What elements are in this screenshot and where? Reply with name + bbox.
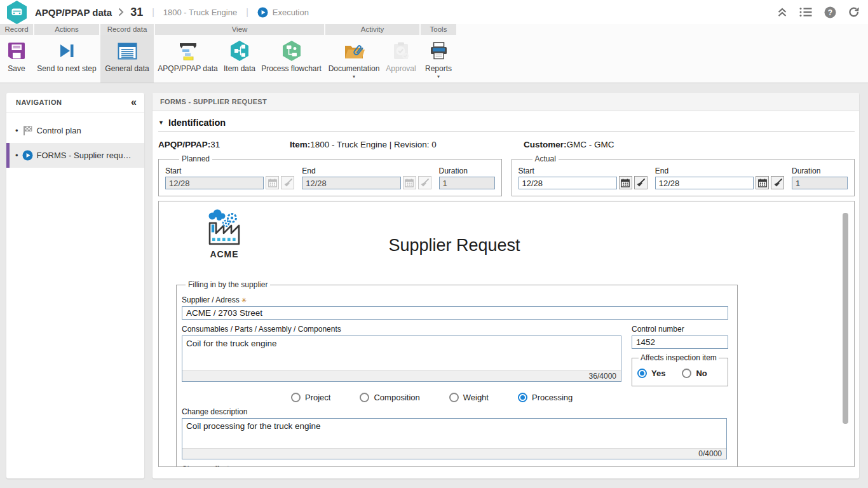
svg-text:?: ? bbox=[828, 8, 832, 17]
change-description-textarea-box: Coil processing for the truck engine 0/4… bbox=[182, 418, 727, 459]
application-window: APQP/PPAP data 31 | 1800 - Truck Engine … bbox=[0, 0, 868, 488]
ribbon-toolbar: Record Save Actions bbox=[0, 24, 868, 83]
breadcrumb-chevron-icon bbox=[118, 8, 124, 17]
company-logo: ACME bbox=[203, 208, 245, 259]
ribbon-group-view: View APQP/PPAP data bbox=[155, 24, 324, 83]
change-type-weight-radio[interactable]: Weight bbox=[449, 393, 489, 402]
apqp-info-label: APQP/PPAP: bbox=[158, 140, 210, 149]
affects-yes-radio[interactable]: Yes bbox=[637, 369, 665, 378]
section-caret-icon: ▼ bbox=[158, 119, 164, 126]
ribbon-group-tools: Tools Reports ▾ bbox=[421, 24, 456, 83]
play-circle-icon bbox=[22, 150, 33, 161]
reports-button[interactable]: Reports ▾ bbox=[421, 35, 456, 83]
company-name: ACME bbox=[203, 249, 245, 259]
approval-label: Approval bbox=[386, 65, 416, 73]
planned-start-input[interactable] bbox=[165, 177, 264, 189]
calendar-icon[interactable] bbox=[619, 176, 632, 189]
approval-clipboard-icon bbox=[392, 39, 410, 62]
dropdown-caret-icon: ▾ bbox=[437, 74, 440, 79]
supplier-address-input[interactable] bbox=[182, 306, 728, 320]
planned-end-label: End bbox=[302, 166, 400, 175]
customer-info-label: Customer: bbox=[524, 140, 567, 149]
save-floppy-icon bbox=[7, 39, 26, 62]
clear-brush-icon bbox=[418, 176, 431, 189]
radio-unchecked-icon bbox=[291, 393, 301, 402]
item-info-value: 1800 - Truck Engine | Revision: 0 bbox=[310, 140, 437, 149]
change-description-label: Change description bbox=[182, 407, 728, 416]
radio-checked-icon bbox=[637, 369, 647, 378]
bullet: • bbox=[15, 128, 18, 134]
radio-unchecked-icon bbox=[360, 393, 369, 402]
nav-item-control-plan[interactable]: • Control plan bbox=[6, 118, 144, 143]
radio-unchecked-icon bbox=[449, 393, 459, 402]
actual-end-input[interactable] bbox=[655, 177, 754, 189]
refresh-icon[interactable] bbox=[848, 6, 860, 18]
clear-brush-icon[interactable] bbox=[771, 176, 784, 189]
documentation-label: Documentation bbox=[329, 65, 380, 73]
status-label: Execution bbox=[273, 8, 309, 17]
general-data-label: General data bbox=[105, 65, 149, 73]
breadcrumb-app-title[interactable]: APQP/PPAP data bbox=[35, 7, 112, 18]
clear-brush-icon[interactable] bbox=[634, 176, 648, 189]
actual-end-label: End bbox=[655, 166, 754, 175]
consumables-textarea[interactable]: Coil for the truck engine bbox=[182, 336, 621, 370]
affects-no-radio[interactable]: No bbox=[682, 369, 707, 378]
record-info-row: APQP/PPAP:31 Item:1800 - Truck Engine | … bbox=[158, 140, 855, 149]
list-menu-icon[interactable] bbox=[799, 7, 813, 17]
ribbon-group-label: Activity bbox=[325, 24, 419, 35]
control-number-input[interactable] bbox=[632, 336, 728, 349]
change-type-composition-label: Composition bbox=[374, 393, 419, 402]
nav-item-label: FORMS - Supplier requ… bbox=[37, 151, 132, 160]
change-type-project-label: Project bbox=[305, 393, 330, 402]
record-id: 31 bbox=[130, 6, 143, 19]
general-data-button[interactable]: General data bbox=[100, 35, 154, 83]
documentation-button[interactable]: Documentation ▾ bbox=[325, 35, 383, 83]
item-data-button[interactable]: Item data bbox=[220, 35, 259, 83]
control-number-label: Control number bbox=[632, 325, 728, 334]
change-type-project-radio[interactable]: Project bbox=[291, 393, 330, 402]
change-effect-label: Change effect bbox=[182, 464, 728, 467]
save-button[interactable]: Save bbox=[0, 35, 33, 83]
calendar-icon bbox=[403, 176, 416, 189]
app-header-bar: APQP/PPAP data 31 | 1800 - Truck Engine … bbox=[0, 0, 868, 24]
change-type-processing-radio[interactable]: Processing bbox=[518, 393, 573, 402]
save-button-label: Save bbox=[8, 65, 25, 73]
collapse-up-icon[interactable] bbox=[776, 7, 788, 18]
item-hierarchy-icon bbox=[229, 39, 250, 62]
identification-section-toggle[interactable]: ▼ Identification bbox=[158, 118, 855, 128]
calendar-icon[interactable] bbox=[756, 176, 769, 189]
apqp-ppap-data-button[interactable]: APQP/PPAP data bbox=[155, 35, 220, 83]
ribbon-group-record: Record Save bbox=[0, 24, 33, 83]
consumables-textarea-box: Coil for the truck engine 36/4000 bbox=[182, 336, 621, 382]
collapse-panel-icon[interactable]: « bbox=[131, 97, 137, 107]
actual-start-input[interactable] bbox=[519, 177, 617, 189]
planned-legend: Planned bbox=[179, 154, 212, 163]
help-icon[interactable]: ? bbox=[824, 6, 836, 18]
ribbon-group-actions: Actions Send to next step bbox=[34, 24, 99, 83]
status-badge: Execution bbox=[257, 7, 309, 18]
change-description-textarea[interactable]: Coil processing for the truck engine bbox=[182, 419, 726, 448]
ribbon-group-label: Record data bbox=[100, 24, 154, 35]
navigation-panel-title: NAVIGATION bbox=[16, 98, 62, 106]
record-item-name: 1800 - Truck Engine bbox=[163, 8, 237, 17]
app-logo-car-icon bbox=[6, 1, 27, 24]
nav-item-label: Control plan bbox=[37, 126, 81, 135]
affects-no-label: No bbox=[696, 369, 707, 378]
form-title: Supplier Request bbox=[295, 236, 613, 255]
flowchart-icon bbox=[281, 39, 302, 62]
reports-label: Reports bbox=[425, 65, 452, 73]
play-circle-icon bbox=[257, 7, 268, 18]
nav-item-forms-supplier-request[interactable]: • FORMS - Supplier requ… bbox=[6, 143, 144, 168]
selection-bar bbox=[6, 143, 10, 168]
radio-checked-icon bbox=[518, 393, 527, 402]
send-to-next-step-label: Send to next step bbox=[37, 65, 96, 73]
consumables-char-counter: 36/4000 bbox=[182, 370, 621, 381]
change-type-composition-radio[interactable]: Composition bbox=[360, 393, 419, 402]
actual-duration-label: Duration bbox=[792, 166, 848, 175]
ribbon-group-label: Actions bbox=[34, 24, 99, 35]
send-to-next-step-button[interactable]: Send to next step bbox=[34, 35, 99, 83]
bullet: • bbox=[15, 152, 18, 159]
planned-end-input[interactable] bbox=[302, 177, 400, 189]
process-flowchart-button[interactable]: Process flowchart bbox=[259, 35, 324, 83]
ribbon-group-record-data: Record data General data bbox=[100, 24, 154, 83]
